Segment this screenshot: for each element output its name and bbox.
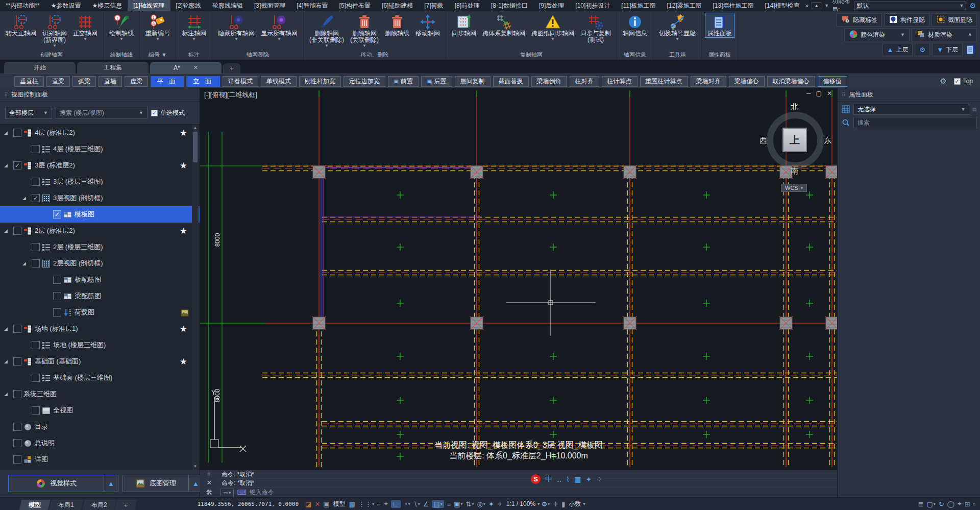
menu-item-轮廓线编辑[interactable]: 轮廓线编辑 <box>207 0 249 11</box>
tree-checkbox[interactable] <box>13 325 21 333</box>
toolbar-button-取消梁墙偏心[interactable]: 取消梁墙偏心 <box>767 76 815 87</box>
scroll-up-icon[interactable]: ▲ <box>193 126 198 130</box>
minimize-icon[interactable]: ─ <box>806 90 811 97</box>
tree-checkbox[interactable] <box>32 178 40 186</box>
dynamic-input-icon[interactable]: ⌖ <box>384 500 387 508</box>
toolbar-button-偏移值[interactable]: 偏移值 <box>818 76 847 87</box>
close-icon[interactable]: ✕ <box>207 479 212 487</box>
chevron-down-icon[interactable]: ▼ <box>675 37 679 41</box>
ribbon-right-button-截面显隐[interactable]: 截面显隐 <box>932 13 977 27</box>
document-tab-A*[interactable]: A*✕ <box>150 62 222 74</box>
ribbon-button-同步轴网[interactable]: 同步轴网 <box>449 13 479 38</box>
expand-arrow-icon[interactable]: ◢ <box>4 228 8 233</box>
compass-east-label[interactable]: 东 <box>824 136 831 145</box>
tree-checkbox[interactable]: ✓ <box>32 194 40 202</box>
tree-item-基础面[interactable]: 基础面 (楼层三维图) <box>0 370 200 386</box>
ime-lang-icon[interactable]: 中 <box>545 475 552 484</box>
osnap-3d-icon[interactable]: ⇅▾ <box>466 500 474 508</box>
menu-item-11板施工图[interactable]: [11]板施工图 <box>616 0 661 11</box>
chevron-down-icon[interactable]: ▼ <box>362 44 366 48</box>
tree-item-3层[interactable]: 3层 (楼层三维图) <box>0 174 200 190</box>
toolbar-button-梁墙倒角[interactable]: 梁墙倒角 <box>531 76 567 87</box>
chevron-down-icon[interactable]: ▼ <box>53 44 57 48</box>
expand-arrow-icon[interactable]: ◢ <box>4 392 8 397</box>
units-list-icon[interactable]: ≣ <box>918 500 923 508</box>
command-input[interactable]: ▭▾ ⌨ 键入命令 <box>218 488 837 497</box>
annotation-scale-icon[interactable]: ✦ <box>488 500 494 508</box>
menu-item-5构件布置[interactable]: [5]构件布置 <box>334 0 376 11</box>
transparency-icon[interactable]: ≡ <box>447 500 451 508</box>
tree-item-2层[interactable]: 2层 (楼层三维图) <box>0 239 200 255</box>
selection-cycling-icon[interactable]: ▣▾ <box>454 500 462 508</box>
toolbar-button-直梁[interactable]: 直梁 <box>46 76 70 87</box>
toolbar-button-定位边加宽[interactable]: 定位边加宽 <box>344 76 385 87</box>
chevron-down-icon[interactable]: ▼ <box>234 37 238 41</box>
tree-item-基础面[interactable]: ◢基础面 (基础面)★ <box>0 353 200 370</box>
snap-mode-icon[interactable]: ⋮⋮▾ <box>358 500 374 508</box>
model-space-label[interactable]: 模型 <box>333 500 346 508</box>
expand-arrow-icon[interactable]: ◢ <box>22 261 26 266</box>
drawing-viewport[interactable]: Y [-][俯视][二维线框] ─▢✕ 上 北 西 东 南 WCS ▾ 8000… <box>200 88 837 470</box>
ribbon-button-轴网信息[interactable]: 轴网信息 <box>620 13 650 38</box>
document-tab-开始[interactable]: 开始 <box>4 62 76 74</box>
layout-tab-+[interactable]: + <box>115 500 137 510</box>
tree-checkbox[interactable] <box>13 423 21 431</box>
expand-arrow-icon[interactable]: ◢ <box>4 130 8 135</box>
tree-checkbox[interactable] <box>32 259 40 268</box>
ribbon-button-删除轴网(关联删除)[interactable]: 删除轴网(关联删除)▼ <box>348 13 381 49</box>
ime-mic-icon[interactable]: ⌇ <box>566 475 570 483</box>
layout-tab-布局2[interactable]: 布局2 <box>82 500 116 510</box>
add-tab-button[interactable]: + <box>223 63 240 74</box>
chevron-down-icon[interactable]: ▼ <box>119 37 124 41</box>
blank-icon[interactable]: ▫ <box>973 500 975 508</box>
ribbon-button-属性面板[interactable]: 属性面板 <box>705 13 734 38</box>
visual-style-button[interactable]: 视觉样式 <box>9 475 104 492</box>
ribbon-button-删除轴线[interactable]: 删除轴线 <box>382 13 412 38</box>
chevron-down-icon[interactable]: ▼ <box>551 37 555 41</box>
floor-settings-gear-icon[interactable]: ⚙ <box>915 43 930 56</box>
close-icon[interactable]: ✕ <box>827 90 832 97</box>
ribbon-right-button-隐藏标签[interactable]: 隐藏标签 <box>837 13 882 27</box>
toolbar-button-直墙[interactable]: 直墙 <box>99 76 122 87</box>
menu-item-参数设置[interactable]: ★参数设置 <box>45 0 87 11</box>
toolbar-button-后置[interactable]: ▣后置 <box>421 76 452 87</box>
chevron-down-icon[interactable]: ▼ <box>83 37 87 41</box>
tree-checkbox[interactable] <box>13 390 21 398</box>
command-mode-icon[interactable]: ▭▾ <box>220 489 234 496</box>
target-icon[interactable]: ⌖ <box>958 500 961 508</box>
crosshair-icon[interactable]: ✛ <box>553 500 558 508</box>
compass-west-label[interactable]: 西 <box>760 136 767 145</box>
tree-item-3层[interactable]: ◢✓3层 (标准层2)★ <box>0 157 200 174</box>
ribbon-button-同步与复制(测试)[interactable]: 同步与复制(测试) <box>578 13 614 44</box>
tree-item-4层[interactable]: ◢4层 (标准层2)★ <box>0 125 200 141</box>
tree-item-3层视图[interactable]: ◢✓3层视图 (剖切框) <box>0 190 200 206</box>
toolbar-button-层间复制[interactable]: 层间复制 <box>455 76 491 87</box>
menu-item-14模型检查[interactable]: [14]模型检查 <box>760 0 805 11</box>
toolbar-button-垂直柱[interactable]: 垂直柱 <box>14 76 44 87</box>
menu-item-楼层信息[interactable]: ★楼层信息 <box>86 0 128 11</box>
restore-icon[interactable]: ▢ <box>816 90 822 97</box>
favorite-star-icon[interactable]: ★ <box>180 324 187 334</box>
ribbon-button-切换轴号显隐[interactable]: 切换轴号显隐▼ <box>656 13 698 42</box>
toolbar-button-重置柱计算点[interactable]: 重置柱计算点 <box>640 76 688 87</box>
infer-constraints-icon[interactable]: ⌐ <box>377 500 381 508</box>
sheet-set-icon[interactable]: ◪ <box>305 500 311 508</box>
compass-south-label[interactable]: 南 <box>791 166 798 176</box>
ribbon-right-button-材质渲染[interactable]: 材质渲染▼ <box>912 28 977 41</box>
toolbar-button-立面[interactable]: 立 面 <box>186 76 219 87</box>
menu-item-12梁施工图[interactable]: [12]梁施工图 <box>661 0 707 11</box>
view-compass-top-button[interactable]: 上 <box>782 128 807 152</box>
ribbon-button-跨体系复制轴网[interactable]: 跨体系复制轴网 <box>480 13 528 38</box>
circle-tool-icon[interactable]: ◯ <box>947 500 955 508</box>
dynamic-ucs-icon[interactable]: ◎▾ <box>477 500 485 508</box>
clean-screen-icon[interactable]: ▢▾ <box>926 500 935 508</box>
tree-checkbox[interactable]: ✓ <box>53 210 61 218</box>
tree-item-场地[interactable]: ◢场地 (标准层1)★ <box>0 321 200 337</box>
viewport-view-label[interactable]: [-][俯视][二维线框] <box>204 90 257 100</box>
favorite-star-icon[interactable]: ★ <box>180 128 187 138</box>
scrollbar-thumb[interactable] <box>193 132 198 162</box>
toolbar-button-前置[interactable]: ▣前置 <box>388 76 419 87</box>
chevron-down-icon[interactable]: ▼ <box>192 37 196 41</box>
polar-tracking-icon[interactable]: ◔▾ <box>404 500 410 508</box>
menu-item-6辅助建模[interactable]: [6]辅助建模 <box>376 0 419 11</box>
